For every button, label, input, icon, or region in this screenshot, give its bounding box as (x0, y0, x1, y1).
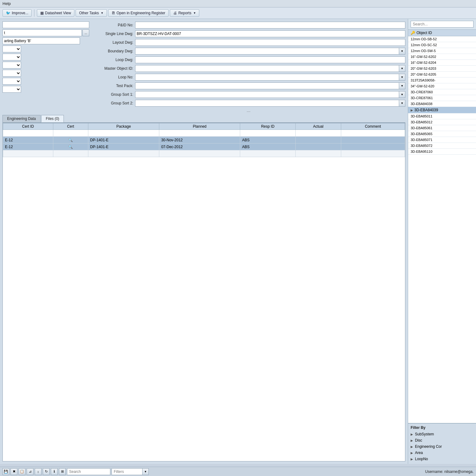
battery-label-row (2, 37, 89, 44)
list-item[interactable]: 16"-GW-52-6204 (408, 60, 476, 66)
group-sort2-input[interactable] (135, 100, 399, 107)
list-item[interactable]: 3D-EBA85072 (408, 143, 476, 149)
single-line-row: Single Line Dwg: (92, 30, 405, 37)
list-item[interactable]: 3D-CRE87061 (408, 95, 476, 101)
second-text-input[interactable] (2, 29, 82, 36)
boundary-dwg-input[interactable] (135, 48, 399, 55)
filter-item[interactable]: ▶SubSystem (411, 431, 474, 437)
cell-actual (295, 130, 341, 137)
dropdown-2[interactable] (2, 54, 21, 60)
status-filter-btn[interactable]: ⊿ (27, 468, 33, 475)
list-item[interactable]: 3D-EBA85012 (408, 119, 476, 125)
loop-no-dropdown-btn[interactable]: ▼ (399, 74, 405, 81)
master-object-dropdown-btn[interactable]: ▼ (399, 65, 405, 72)
list-item[interactable]: 3D-CRE87060 (408, 89, 476, 95)
dropdown-6[interactable] (2, 86, 21, 93)
reports-button[interactable]: 🖨 Reports ▼ (170, 9, 199, 17)
filter-item[interactable]: ▶LoopNo (411, 456, 474, 462)
cell-cert-id (3, 150, 53, 157)
test-pack-input[interactable] (135, 82, 399, 89)
search-input[interactable] (67, 468, 110, 475)
loop-no-input[interactable] (135, 74, 399, 81)
boundary-dwg-dropdown-btn[interactable]: ▼ (399, 48, 405, 55)
status-refresh-btn[interactable]: ↻ (43, 468, 50, 475)
filter-input[interactable] (112, 468, 143, 475)
list-item[interactable]: 16"-GW-52-6202 (408, 54, 476, 60)
browse-button[interactable]: ... (82, 29, 89, 36)
datasheet-view-button[interactable]: ▦ Datasheet View (37, 9, 74, 17)
cell-cert: 🔍 (53, 143, 88, 150)
data-grid[interactable]: Cert ID Cert Package Planned Resp ID Act… (2, 123, 405, 461)
table-row[interactable] (3, 130, 405, 137)
status-info-btn[interactable]: ℹ (51, 468, 58, 475)
engineering-icon: 🖹 (112, 11, 115, 15)
battery-label-input[interactable] (2, 37, 80, 44)
filter-item[interactable]: ▶Disc (411, 437, 474, 443)
list-item[interactable]: 12mm OD-SW-5 (408, 48, 476, 54)
list-item[interactable]: 3D-EBA85011 (408, 113, 476, 119)
table-row[interactable] (3, 150, 405, 157)
list-item[interactable]: 3D-EBA95110 (408, 149, 476, 155)
tab-engineering-data[interactable]: Engineering Data (2, 115, 41, 122)
menu-bar: Help (0, 0, 476, 7)
dropdown-4[interactable] (2, 70, 21, 77)
help-menu[interactable]: Help (2, 1, 11, 6)
open-engineering-button[interactable]: 🖹 Open in Engineering Register (108, 9, 169, 17)
master-object-input[interactable] (135, 65, 399, 72)
other-tasks-button[interactable]: Other Tasks ▼ (76, 9, 107, 17)
list-item[interactable]: 313T25AS9058- (408, 77, 476, 83)
dropdown-1[interactable] (2, 46, 21, 52)
group-sort2-label: Group Sort 2: (92, 101, 135, 105)
status-sort-btn[interactable]: ↕ (35, 468, 42, 475)
cell-comment (341, 143, 405, 150)
list-item[interactable]: 20"-GW-52-6205 (408, 72, 476, 77)
dropdown-3[interactable] (2, 62, 21, 68)
list-item[interactable]: 3D-EBA85065 (408, 131, 476, 137)
status-extra-btn[interactable]: ⊞ (59, 468, 66, 475)
cell-actual (295, 150, 341, 157)
cell-cert (53, 130, 88, 137)
list-item[interactable]: 3D-EBA85071 (408, 137, 476, 143)
test-pack-dropdown-btn[interactable]: ▼ (399, 82, 405, 89)
cell-comment (341, 150, 405, 157)
list-item[interactable]: 12mm OD-SC-52 (408, 42, 476, 48)
cell-resp-id: ABS (240, 143, 296, 150)
cell-cert-id: E-12 (3, 137, 53, 143)
filter-expand-icon: ▶ (411, 451, 413, 455)
group-sort2-dropdown-btn[interactable]: ▼ (399, 100, 405, 107)
main-text-input[interactable] (2, 21, 89, 28)
object-list[interactable]: 12mm OD-SB-5212mm OD-SC-5212mm OD-SW-516… (408, 36, 476, 423)
layout-dwg-input[interactable] (135, 39, 405, 46)
group-sort1-input[interactable] (135, 91, 399, 98)
status-copy-btn[interactable]: 📋 (19, 468, 25, 475)
list-item[interactable]: 34"-GW-52-620 (408, 83, 476, 89)
status-save-btn[interactable]: 💾 (2, 468, 9, 475)
list-item[interactable]: 3D-EBA85061 (408, 125, 476, 131)
group-sort1-dropdown-btn[interactable]: ▼ (399, 91, 405, 98)
dropdown-row-5 (2, 78, 89, 85)
cell-package (88, 150, 159, 157)
pid-input[interactable] (135, 22, 405, 29)
col-resp-id: Resp ID (240, 123, 296, 130)
group-sort2-row: Group Sort 2: ▼ (92, 99, 405, 107)
object-search-input[interactable] (411, 21, 474, 28)
filter-item[interactable]: ▶Area (411, 450, 474, 456)
filter-dropdown-btn[interactable]: ▼ (143, 468, 149, 475)
single-line-input[interactable] (135, 30, 405, 37)
table-row[interactable]: E-12 🔍 DP-1401-E 07-Dec-2012 ABS (3, 143, 405, 150)
dropdown-row-2 (2, 54, 89, 60)
group-sort2-field: ▼ (135, 100, 405, 107)
filter-expand-icon: ▶ (411, 445, 413, 448)
list-item[interactable]: 20"-GW-52-6203 (408, 66, 476, 72)
status-delete-btn[interactable]: ✖ (11, 468, 17, 475)
dropdown-5[interactable] (2, 78, 21, 85)
list-item[interactable]: ▶3D-EBA84039 (408, 107, 476, 113)
loop-dwg-input[interactable] (135, 56, 405, 63)
filter-item[interactable]: ▶Engineering Cor (411, 443, 474, 450)
test-pack-row: Test Pack: ▼ (92, 82, 405, 90)
tab-files[interactable]: Files (0) (41, 115, 64, 122)
list-item[interactable]: 12mm OD-SB-52 (408, 36, 476, 42)
list-item[interactable]: 3D-EBA84038 (408, 101, 476, 107)
table-row[interactable]: E-12 🔍 DP-1401-E 30-Nov-2012 ABS (3, 137, 405, 143)
improve-button[interactable]: 🐦 Improve... (2, 9, 32, 17)
